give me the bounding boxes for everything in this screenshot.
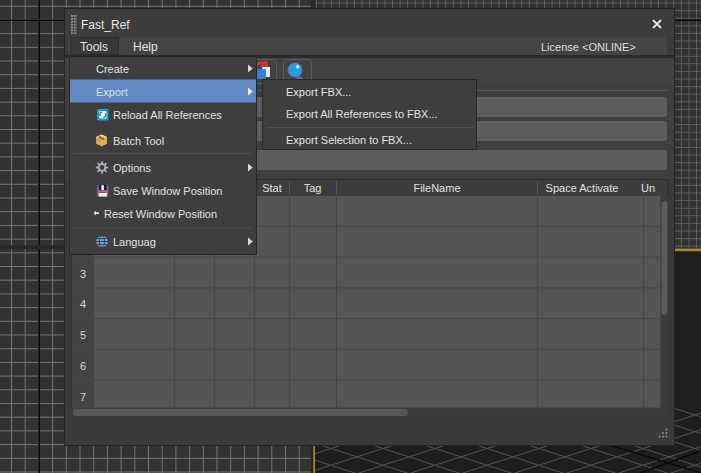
svg-text:Create: Create: [96, 63, 129, 75]
svg-text:Languag: Languag: [113, 236, 156, 248]
svg-text:Tag: Tag: [304, 182, 322, 194]
svg-text:Export All References to FBX..: Export All References to FBX...: [286, 108, 438, 120]
svg-text:3: 3: [80, 268, 86, 280]
svg-text:5: 5: [80, 329, 86, 341]
svg-text:Reload All References: Reload All References: [113, 109, 222, 121]
svg-text:Reset Window Position: Reset Window Position: [104, 208, 217, 220]
svg-text:Export: Export: [96, 86, 128, 98]
svg-text:Options: Options: [113, 162, 151, 174]
svg-text:FileName: FileName: [413, 182, 460, 194]
svg-text:Space Activate: Space Activate: [546, 182, 619, 194]
svg-text:7: 7: [80, 391, 86, 403]
svg-text:Export FBX...: Export FBX...: [286, 86, 351, 98]
svg-text:Batch Tool: Batch Tool: [113, 135, 164, 147]
svg-text:6: 6: [80, 360, 86, 372]
svg-text:Save Window Position: Save Window Position: [113, 185, 222, 197]
svg-text:Export Selection to FBX...: Export Selection to FBX...: [286, 134, 412, 146]
svg-text:Stat: Stat: [262, 182, 282, 194]
svg-text:4: 4: [80, 298, 86, 310]
svg-text:Un: Un: [641, 182, 655, 194]
